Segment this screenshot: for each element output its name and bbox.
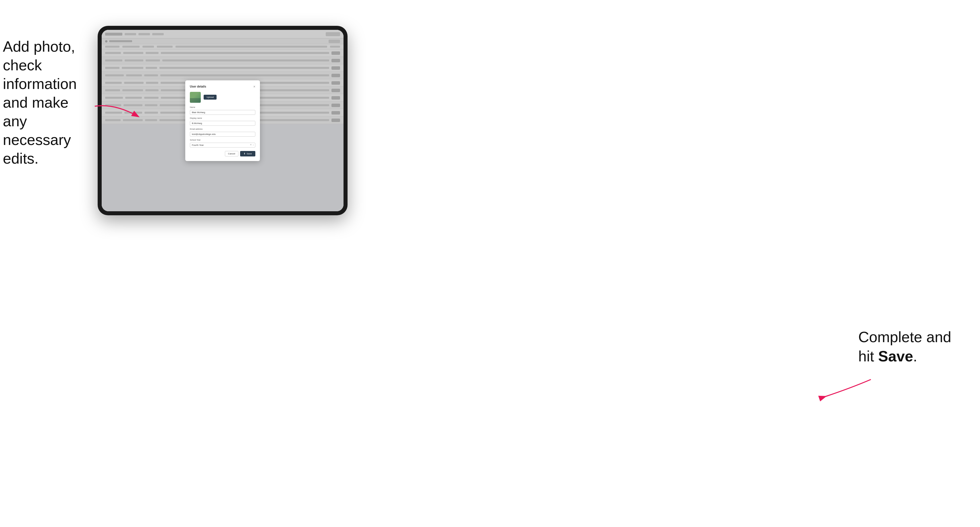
modal-buttons: Cancel ⬆ Save [190,151,255,156]
email-field-group: Email address [190,128,255,137]
email-label: Email address [190,128,255,130]
save-button[interactable]: ⬆ Save [240,151,255,156]
modal-title: User details [190,85,206,88]
arrow-right [816,376,874,403]
school-year-input[interactable] [190,143,255,148]
cancel-button[interactable]: Cancel [225,151,239,156]
select-controls: × ⌄ [250,143,254,146]
arrow-left [92,100,143,125]
email-input[interactable] [190,132,255,137]
photo-area: Upload [190,92,255,103]
display-name-label: Display name [190,117,255,119]
display-name-field-group: Display name [190,117,255,126]
upload-button[interactable]: Upload [204,95,216,100]
name-field-group: Name [190,106,255,115]
clear-icon[interactable]: × [250,143,251,146]
annotation-right: Complete and hit Save. [858,327,951,366]
save-label: Save [247,152,252,155]
chevron-down-icon[interactable]: ⌄ [253,143,254,146]
school-year-label: School Year [190,139,255,141]
name-label: Name [190,106,255,108]
user-details-modal: User details × Upload Name Display name [185,80,260,161]
display-name-input[interactable] [190,121,255,126]
photo-thumbnail [190,92,201,103]
school-year-field-group: School Year × ⌄ [190,139,255,148]
modal-title-bar: User details × [190,85,255,89]
save-icon: ⬆ [243,152,246,155]
annotation-left: Add photo, check information and make an… [3,37,92,168]
school-year-select-wrapper: × ⌄ [190,142,255,148]
name-input[interactable] [190,110,255,115]
close-icon[interactable]: × [253,85,255,89]
